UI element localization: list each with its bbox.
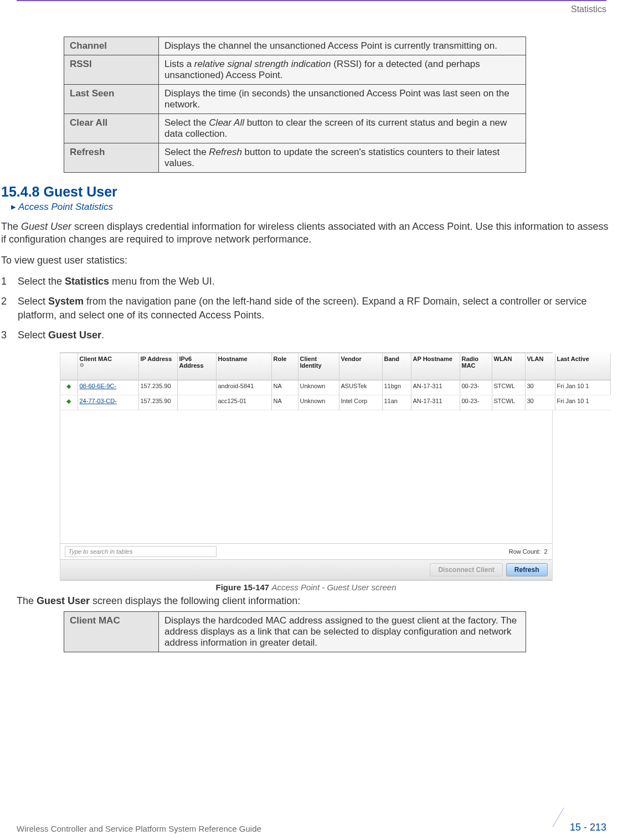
cell-aphost: AN-17-311 [411, 395, 460, 410]
client-mac-link[interactable]: 08-60-6E-9C- [78, 380, 139, 395]
col-icon[interactable] [60, 353, 78, 380]
cell-vlan: 30 [526, 380, 555, 395]
cell-last: Fri Jan 10 1 [555, 380, 611, 395]
footer-left: Wireless Controller and Service Platform… [17, 824, 261, 833]
status-icon: ◆ [60, 380, 78, 395]
def-label: Clear All [64, 114, 159, 143]
col-ap-hostname[interactable]: AP Hostname [411, 353, 460, 380]
col-ip-address[interactable]: IP Address [139, 353, 178, 380]
sort-indicator-icon: ⊙ [80, 363, 112, 368]
def-desc: Displays the time (in seconds) the unsan… [159, 85, 526, 114]
figure-caption: Figure 15-147 Access Point - Guest User … [0, 583, 612, 592]
def-desc: Select the Clear All button to clear the… [159, 114, 526, 143]
col-vlan[interactable]: VLAN [526, 353, 555, 380]
col-radio-mac[interactable]: Radio MAC [460, 353, 492, 380]
def-desc: Displays the hardcoded MAC address assig… [159, 612, 526, 652]
cell-ip: 157.235.90 [139, 395, 178, 410]
col-wlan[interactable]: WLAN [492, 353, 526, 380]
cell-role: NA [272, 380, 298, 395]
page-number: 15 - 213 [567, 822, 606, 833]
page-footer: Wireless Controller and Service Platform… [0, 822, 623, 833]
cell-aphost: AN-17-311 [411, 380, 460, 395]
step-item: Select the Statistics menu from the Web … [1, 275, 612, 288]
col-client-mac[interactable]: Client MAC⊙ [78, 353, 139, 380]
step-item: Select System from the navigation pane (… [1, 295, 612, 322]
def-label: Last Seen [64, 85, 159, 114]
cell-vlan: 30 [526, 395, 555, 410]
cell-radio: 00-23- [460, 380, 492, 395]
client-mac-link[interactable]: 24-77-03-CD- [78, 395, 139, 410]
table-footer-bar: Row Count: 2 [60, 543, 552, 559]
cell-wlan: STCWL [492, 380, 526, 395]
def-label: Channel [64, 37, 159, 55]
header-section: Statistics [0, 1, 623, 37]
cell-ip: 157.235.90 [139, 380, 178, 395]
def-desc: Displays the channel the unsanctioned Ac… [159, 37, 526, 55]
cell-vendor: ASUSTek [339, 380, 383, 395]
search-input[interactable] [65, 546, 217, 557]
cell-role: NA [272, 395, 298, 410]
col-role[interactable]: Role [272, 353, 298, 380]
cell-wlan: STCWL [492, 395, 526, 410]
definition-table-1: Channel Displays the channel the unsanct… [64, 37, 526, 173]
status-icon: ◆ [60, 395, 78, 410]
def-desc: Lists a relative signal strength indicat… [159, 55, 526, 85]
guest-user-screenshot: Client MAC⊙ IP Address IPv6 Address Host… [60, 353, 552, 580]
section-heading: 15.4.8 Guest User [1, 184, 612, 200]
cell-vendor: Intel Corp [339, 395, 383, 410]
page-slash-icon [553, 807, 584, 838]
below-figure-text: The Guest User screen displays the follo… [17, 595, 612, 607]
cell-last: Fri Jan 10 1 [555, 395, 611, 410]
definition-table-2: Client MAC Displays the hardcoded MAC ad… [64, 611, 526, 652]
step-item: Select Guest User. [1, 328, 612, 342]
def-label: RSSI [64, 55, 159, 85]
col-band[interactable]: Band [383, 353, 411, 380]
row-count: Row Count: 2 [509, 548, 548, 555]
cell-band: 11an [383, 395, 411, 410]
def-label: Refresh [64, 143, 159, 173]
cell-ipv6 [178, 395, 217, 410]
def-label: Client MAC [64, 612, 159, 652]
cell-ipv6 [178, 380, 217, 395]
guest-user-table: Client MAC⊙ IP Address IPv6 Address Host… [60, 353, 552, 410]
disconnect-client-button[interactable]: Disconnect Client [430, 563, 502, 576]
intro-paragraph: The Guest User screen displays credentia… [1, 220, 612, 246]
breadcrumb: Access Point Statistics [11, 201, 612, 213]
col-last-active[interactable]: Last Active [555, 353, 611, 380]
refresh-button[interactable]: Refresh [506, 563, 548, 576]
steps-list: Select the Statistics menu from the Web … [1, 275, 612, 342]
cell-host: android-5841 [217, 380, 272, 395]
col-vendor[interactable]: Vendor [339, 353, 383, 380]
cell-host: acc125-01 [217, 395, 272, 410]
intro2: To view guest user statistics: [1, 254, 612, 267]
cell-cid: Unknown [298, 395, 339, 410]
cell-cid: Unknown [298, 380, 339, 395]
action-bar: Disconnect Client Refresh [60, 559, 552, 580]
col-client-identity[interactable]: Client Identity [298, 353, 339, 380]
empty-rows-area [60, 410, 552, 543]
col-ipv6-address[interactable]: IPv6 Address [178, 353, 217, 380]
cell-radio: 00-23- [460, 395, 492, 410]
col-hostname[interactable]: Hostname [217, 353, 272, 380]
cell-band: 11bgn [383, 380, 411, 395]
def-desc: Select the Refresh button to update the … [159, 143, 526, 173]
